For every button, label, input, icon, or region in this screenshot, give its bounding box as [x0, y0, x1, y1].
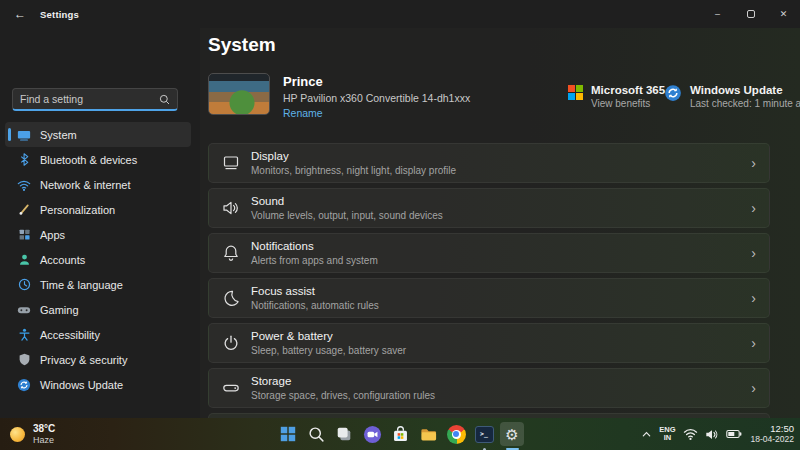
language-indicator[interactable]: ENG IN [659, 426, 675, 442]
rename-link[interactable]: Rename [283, 107, 470, 119]
sidebar-item-system[interactable]: System [5, 122, 191, 147]
sound-icon [222, 199, 240, 217]
clock-widget[interactable]: 12:50 18-04-2022 [751, 424, 794, 444]
sidebar-item-label: Bluetooth & devices [40, 154, 137, 166]
sidebar-item-label: Personalization [40, 204, 115, 216]
chevron-right-icon: › [751, 336, 756, 350]
search-box[interactable] [12, 88, 178, 111]
weather-widget[interactable]: 38°C Haze [10, 420, 55, 448]
start-button[interactable] [276, 422, 300, 446]
file-explorer-icon [419, 425, 438, 444]
sidebar-item-label: Windows Update [40, 379, 123, 391]
windows-update-status-icon [664, 84, 682, 109]
sidebar-item-label: Apps [40, 229, 65, 241]
setting-subtitle: Volume levels, output, input, sound devi… [251, 210, 443, 221]
terminal-icon: >_ [475, 426, 494, 443]
setting-row-sound[interactable]: Sound Volume levels, output, input, soun… [208, 188, 770, 228]
accessibility-person-icon [17, 328, 31, 342]
setting-row-storage[interactable]: Storage Storage space, drives, configura… [208, 368, 770, 408]
search-input[interactable] [20, 93, 159, 105]
sidebar-item-time-language[interactable]: Time & language [5, 272, 191, 297]
personalization-brush-icon [17, 203, 31, 217]
search-icon [159, 94, 170, 105]
storage-drive-icon [222, 379, 240, 397]
sidebar-item-gaming[interactable]: Gaming [5, 297, 191, 322]
setting-row-focus-assist[interactable]: Focus assist Notifications, automatic ru… [208, 278, 770, 318]
sidebar-item-apps[interactable]: Apps [5, 222, 191, 247]
titlebar: ← Settings – ✕ [0, 0, 800, 28]
task-view-icon [335, 425, 353, 443]
device-header: Prince HP Pavilion x360 Convertible 14-d… [208, 73, 470, 119]
chrome-button[interactable] [444, 422, 468, 446]
main-content: System Prince HP Pavilion x360 Convertib… [200, 28, 800, 418]
settings-gear-icon: ⚙ [505, 427, 518, 442]
chevron-right-icon: › [751, 291, 756, 305]
maximize-button[interactable] [734, 0, 767, 28]
microsoft-store-icon [391, 425, 410, 444]
setting-row-display[interactable]: Display Monitors, brightness, night ligh… [208, 143, 770, 183]
chrome-icon [447, 425, 466, 444]
apps-icon [17, 228, 31, 242]
display-icon [222, 154, 240, 172]
sidebar-item-label: Accessibility [40, 329, 100, 341]
sidebar-item-label: System [40, 129, 77, 141]
close-icon: ✕ [780, 9, 788, 19]
chevron-right-icon: › [751, 201, 756, 215]
volume-icon[interactable] [705, 428, 719, 441]
minimize-button[interactable]: – [701, 0, 734, 28]
sidebar-item-bluetooth-devices[interactable]: Bluetooth & devices [5, 147, 191, 172]
terminal-button[interactable]: >_ [472, 422, 496, 446]
device-name: Prince [283, 74, 470, 89]
setting-subtitle: Monitors, brightness, night light, displ… [251, 165, 456, 176]
sidebar-item-label: Gaming [40, 304, 79, 316]
sidebar-item-label: Privacy & security [40, 354, 127, 366]
microsoft-logo-icon [568, 85, 583, 100]
windows-update-subtitle: Last checked: 1 minute ago [690, 98, 800, 109]
wifi-icon[interactable] [683, 428, 698, 441]
sidebar-item-personalization[interactable]: Personalization [5, 197, 191, 222]
file-explorer-button[interactable] [416, 422, 440, 446]
power-icon [222, 334, 240, 352]
system-icon [17, 128, 31, 142]
window-controls: – ✕ [701, 0, 800, 28]
network-wifi-icon [17, 178, 31, 192]
sidebar-item-accounts[interactable]: Accounts [5, 247, 191, 272]
setting-title: Notifications [251, 240, 378, 252]
page-title: System [208, 34, 276, 56]
sidebar-item-network-internet[interactable]: Network & internet [5, 172, 191, 197]
microsoft-365-badge[interactable]: Microsoft 365 View benefits [568, 84, 665, 109]
tray-time: 12:50 [751, 424, 794, 434]
sidebar-item-privacy-security[interactable]: Privacy & security [5, 347, 191, 372]
close-button[interactable]: ✕ [767, 0, 800, 28]
chat-app-button[interactable] [360, 422, 384, 446]
device-info: Prince HP Pavilion x360 Convertible 14-d… [283, 73, 470, 119]
maximize-icon [747, 10, 755, 18]
sidebar-item-accessibility[interactable]: Accessibility [5, 322, 191, 347]
microsoft-365-title: Microsoft 365 [591, 84, 665, 96]
privacy-shield-icon [17, 353, 31, 367]
setting-title: Power & battery [251, 330, 406, 342]
setting-subtitle: Storage space, drives, configuration rul… [251, 390, 435, 401]
windows-update-badge[interactable]: Windows Update Last checked: 1 minute ag… [664, 84, 800, 109]
taskbar-search-button[interactable] [304, 422, 328, 446]
setting-row-notifications[interactable]: Notifications Alerts from apps and syste… [208, 233, 770, 273]
setting-title: Focus assist [251, 285, 379, 297]
weather-temperature: 38°C [33, 423, 55, 434]
task-view-button[interactable] [332, 422, 356, 446]
sidebar-item-label: Accounts [40, 254, 85, 266]
windows-update-icon [17, 378, 31, 392]
chevron-right-icon: › [751, 156, 756, 170]
settings-app-button[interactable]: ⚙ [500, 422, 524, 446]
weather-condition: Haze [33, 435, 55, 445]
focus-assist-moon-icon [222, 289, 240, 307]
accounts-icon [17, 253, 31, 267]
setting-row-power-battery[interactable]: Power & battery Sleep, battery usage, ba… [208, 323, 770, 363]
battery-icon[interactable] [726, 428, 742, 440]
sidebar-item-windows-update[interactable]: Windows Update [5, 372, 191, 397]
language-line2: IN [659, 434, 675, 442]
microsoft-store-button[interactable] [388, 422, 412, 446]
chevron-up-icon[interactable] [641, 429, 652, 440]
back-button[interactable]: ← [0, 0, 40, 28]
setting-subtitle: Notifications, automatic rules [251, 300, 379, 311]
settings-window: ← Settings – ✕ System Bluetooth & device… [0, 0, 800, 450]
